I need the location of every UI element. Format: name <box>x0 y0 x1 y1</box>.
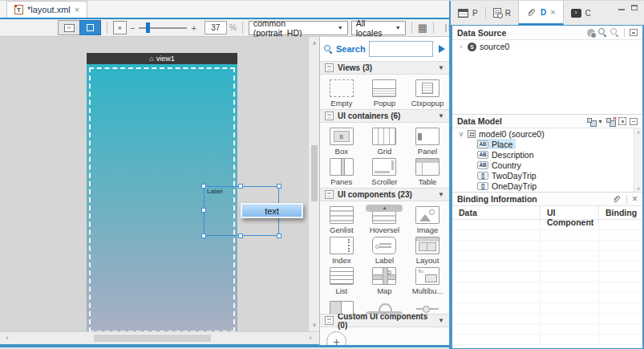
tree-item-source0[interactable]: › S source0 <box>452 40 642 53</box>
resize-handle-top-center[interactable] <box>238 184 243 189</box>
section-header-custom[interactable]: Custom UI components (0) ▼ <box>320 314 449 327</box>
field-label[interactable]: Description <box>492 150 534 160</box>
vertical-scroll-thumb[interactable] <box>311 145 318 201</box>
palette-item-table[interactable]: Table <box>406 156 449 186</box>
source-label[interactable]: source0 <box>480 42 509 51</box>
binding-table-body[interactable] <box>452 220 642 348</box>
model-tree-scrollbar[interactable]: ∧ ∨ <box>634 128 642 192</box>
scroll-down-icon[interactable]: ∨ <box>309 320 320 330</box>
scroll-left-icon[interactable]: ‹ <box>2 332 13 345</box>
palette-item-hoversel[interactable]: ▲ Hoversel <box>363 204 407 234</box>
scroll-right-icon[interactable]: › <box>305 332 316 345</box>
grid-settings-button[interactable]: ▦ <box>418 22 427 33</box>
palette-item-popup[interactable]: Popup <box>363 77 407 108</box>
paperclip-icon[interactable] <box>612 194 622 204</box>
zoom-input[interactable] <box>205 21 227 34</box>
palette-item-scroller[interactable]: Scroller <box>363 156 407 186</box>
palette-item-map[interactable]: Map <box>363 265 407 295</box>
palette-item-image[interactable]: Image <box>406 204 449 234</box>
add-data-source-icon[interactable] <box>587 29 595 37</box>
model-label[interactable]: model0 (source0) <box>479 129 545 139</box>
design-canvas[interactable]: ⌂ view1 Label <box>0 37 308 331</box>
panel-tab-properties[interactable]: P <box>451 1 485 25</box>
expand-all-icon[interactable] <box>618 117 626 125</box>
collapse-all-icon[interactable] <box>630 29 638 36</box>
palette-item-grid[interactable]: Grid <box>363 125 407 156</box>
palette-scroll-up-icon[interactable]: ▲ <box>366 205 403 212</box>
expand-arrow-icon[interactable]: › <box>458 43 464 51</box>
tab-close-icon[interactable]: × <box>75 5 79 14</box>
panel-tab-console[interactable]: › C <box>564 1 598 25</box>
scroll-up-icon[interactable]: ∧ <box>634 129 642 135</box>
scroll-down-icon[interactable]: ∨ <box>634 185 642 191</box>
restore-icon[interactable] <box>631 5 638 10</box>
palette-item-partial-3[interactable] <box>406 298 449 314</box>
collapse-caret-icon[interactable]: ▼ <box>438 64 444 71</box>
palette-item-ctxpopup[interactable]: Ctxpopup <box>406 77 449 108</box>
resolution-dropdown[interactable]: common (portrait_HD) ▼ <box>249 21 348 35</box>
tree-item-description[interactable]: AB Description <box>452 149 642 160</box>
palette-item-partial-1[interactable] <box>320 298 363 314</box>
tab-close-icon[interactable]: × <box>550 7 555 17</box>
panel-tab-resources[interactable]: R <box>486 1 518 25</box>
palette-item-label[interactable]: Label <box>363 234 407 265</box>
search-run-icon[interactable] <box>439 45 445 53</box>
remove-model-icon[interactable] <box>606 118 615 125</box>
section-header-components[interactable]: UI components (23) ▼ <box>320 188 449 201</box>
label-component-text[interactable]: Label <box>207 188 223 195</box>
tree-item-country[interactable]: AB Country <box>452 160 642 170</box>
resize-handle-bottom-left[interactable] <box>201 233 206 238</box>
zoom-slider-track[interactable] <box>139 27 187 29</box>
resize-handle-top-right[interactable] <box>277 184 281 189</box>
palette-item-list[interactable]: List <box>320 265 363 295</box>
horizontal-scroll-thumb[interactable] <box>94 335 211 342</box>
design-view-button[interactable] <box>79 20 101 35</box>
palette-item-panes[interactable]: Panes <box>320 156 363 186</box>
section-header-views[interactable]: Views (3) ▼ <box>320 61 449 75</box>
palette-item-panel[interactable]: Panel <box>406 125 449 156</box>
search-input[interactable] <box>369 41 433 57</box>
scroll-up-icon[interactable]: ∧ <box>309 39 320 48</box>
palette-item-index[interactable]: Index <box>320 234 363 265</box>
resize-handle-top-left[interactable] <box>201 184 206 189</box>
zoom-slider-thumb[interactable] <box>146 22 150 33</box>
column-header-binding[interactable]: Binding <box>599 206 642 219</box>
code-view-button[interactable]: ‹› <box>58 20 79 35</box>
palette-item-empty[interactable]: Empty <box>320 77 363 108</box>
search-source-icon[interactable] <box>610 28 619 37</box>
palette-item-partial-2[interactable]: ▼ <box>363 298 407 314</box>
field-label[interactable]: TwoDayTrip <box>492 171 537 181</box>
chevron-down-icon[interactable]: ▼ <box>597 119 603 124</box>
resize-handle-mid-left[interactable] <box>201 208 206 213</box>
resize-handle-bottom-right[interactable] <box>277 233 281 238</box>
collapse-arrow-icon[interactable]: ∨ <box>458 130 464 138</box>
field-label[interactable]: Country <box>492 160 521 170</box>
column-header-data[interactable]: Data <box>452 206 541 219</box>
palette-scroll-down-icon[interactable]: ▼ <box>366 311 403 314</box>
collapse-caret-icon[interactable]: ▼ <box>438 317 444 324</box>
palette-item-box[interactable]: Box <box>320 125 363 156</box>
column-header-ui-component[interactable]: UI Component <box>541 206 599 219</box>
tree-item-model0[interactable]: ∨ model0 (source0) <box>452 128 642 139</box>
zoom-out-icon[interactable]: − <box>130 23 135 33</box>
add-model-icon[interactable] <box>587 118 596 125</box>
palette-item-multibutton[interactable]: Multibu... <box>406 265 449 295</box>
add-search-source-icon[interactable] <box>598 28 607 37</box>
field-label[interactable]: OneDayTrip <box>492 181 537 191</box>
collapse-all-icon[interactable] <box>630 118 638 125</box>
palette-item-layout[interactable]: Layout <box>406 234 449 265</box>
view-screen[interactable]: Label text <box>87 64 237 331</box>
add-custom-component-button[interactable]: + <box>326 331 346 345</box>
fit-to-screen-button[interactable]: × <box>113 21 127 34</box>
minimize-icon[interactable] <box>618 5 625 10</box>
tree-item-twodaytrip[interactable]: [] TwoDayTrip <box>452 170 642 181</box>
field-label[interactable]: Place <box>492 140 512 149</box>
tree-item-place[interactable]: AB Place <box>452 139 642 149</box>
close-icon[interactable]: × <box>632 195 638 203</box>
tab-layout-xml[interactable]: T *layout.xml × <box>6 1 87 18</box>
section-header-containers[interactable]: UI containers (6) ▼ <box>320 109 449 123</box>
collapse-caret-icon[interactable]: ▼ <box>438 191 444 198</box>
panel-tab-data-binding[interactable]: D × <box>518 1 564 25</box>
canvas-horizontal-scrollbar[interactable]: ‹ › <box>0 331 319 344</box>
locales-dropdown[interactable]: All locales ▼ <box>351 21 406 35</box>
